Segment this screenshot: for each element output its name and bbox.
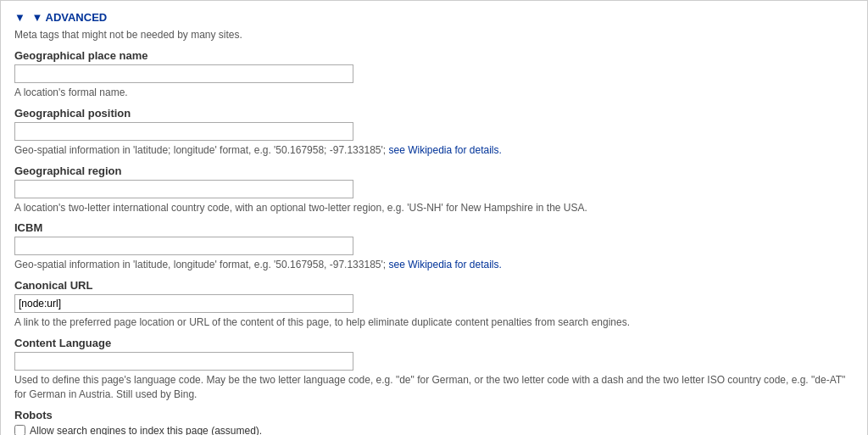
label-content-language: Content Language <box>14 337 854 349</box>
field-geo-region: Geographical region A location's two-let… <box>14 165 854 215</box>
desc-geo-position: Geo-spatial information in 'latitude; lo… <box>14 143 854 158</box>
desc-icbm: Geo-spatial information in 'latitude, lo… <box>14 258 854 272</box>
input-geo-position[interactable] <box>14 122 353 141</box>
robots-label: Robots <box>14 409 854 421</box>
input-geo-place[interactable] <box>14 64 353 83</box>
geo-position-link[interactable]: see Wikipedia for details. <box>388 144 501 156</box>
label-canonical-url: Canonical URL <box>14 279 854 292</box>
desc-canonical-url: A link to the preferred page location or… <box>14 315 854 330</box>
field-geo-place: Geographical place name A location's for… <box>14 49 854 100</box>
icbm-link[interactable]: see Wikipedia for details. <box>388 259 501 270</box>
robots-group: Robots Allow search engines to index thi… <box>14 409 854 435</box>
input-content-language[interactable] <box>14 352 353 371</box>
label-icbm: ICBM <box>14 221 854 234</box>
triangle-icon: ▼ <box>14 11 25 24</box>
label-geo-place: Geographical place name <box>14 49 854 62</box>
input-canonical-url[interactable] <box>14 294 353 313</box>
desc-content-language: Used to define this page's language code… <box>14 373 854 402</box>
advanced-section-header[interactable]: ▼ ▼ ADVANCED <box>14 11 854 24</box>
input-icbm[interactable] <box>14 237 353 255</box>
section-description: Meta tags that might not be needed by ma… <box>14 29 854 41</box>
desc-geo-region: A location's two-letter international co… <box>14 201 854 215</box>
field-content-language: Content Language Used to define this pag… <box>14 337 854 402</box>
input-geo-region[interactable] <box>14 180 353 198</box>
main-container: ▼ ▼ ADVANCED Meta tags that might not be… <box>0 0 868 435</box>
field-canonical-url: Canonical URL A link to the preferred pa… <box>14 279 854 330</box>
desc-geo-place: A location's formal name. <box>14 86 854 100</box>
section-title: ▼ ADVANCED <box>32 11 108 24</box>
label-geo-position: Geographical position <box>14 107 854 120</box>
checkbox-allow-index[interactable] <box>14 425 25 435</box>
field-icbm: ICBM Geo-spatial information in 'latitud… <box>14 221 854 272</box>
label-geo-region: Geographical region <box>14 165 854 177</box>
robots-option-allow-index: Allow search engines to index this page … <box>14 425 854 435</box>
field-geo-position: Geographical position Geo-spatial inform… <box>14 107 854 158</box>
label-allow-index: Allow search engines to index this page … <box>30 425 262 435</box>
